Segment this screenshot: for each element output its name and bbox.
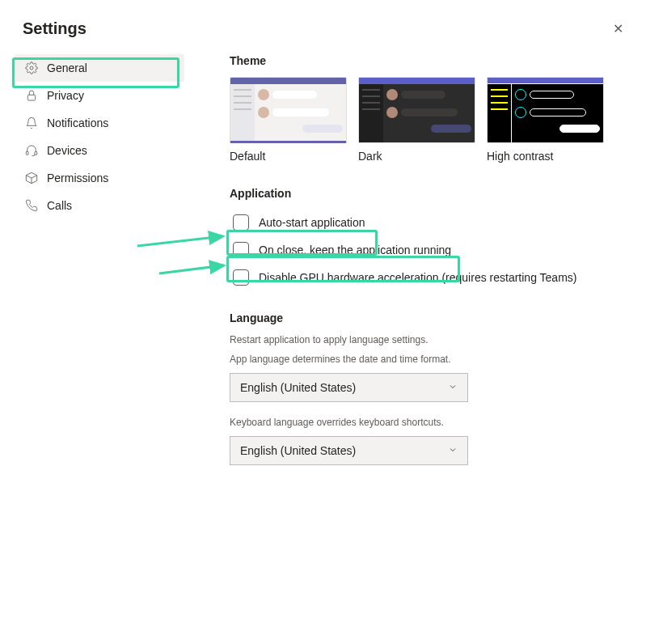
theme-preview-default bbox=[230, 77, 347, 143]
theme-label: High contrast bbox=[487, 150, 604, 163]
language-heading: Language bbox=[230, 311, 630, 324]
language-hint-restart: Restart application to apply language se… bbox=[230, 334, 630, 345]
sidebar-item-label: Permissions bbox=[47, 172, 108, 184]
phone-icon bbox=[24, 198, 39, 213]
sidebar-item-label: Calls bbox=[47, 199, 72, 212]
sidebar-item-label: Notifications bbox=[47, 117, 108, 129]
sidebar-item-label: General bbox=[47, 61, 87, 74]
checkbox-disable-gpu[interactable] bbox=[233, 269, 249, 286]
page-title: Settings bbox=[23, 19, 623, 38]
application-heading: Application bbox=[230, 187, 630, 200]
sidebar-item-notifications[interactable]: Notifications bbox=[15, 109, 184, 137]
svg-rect-3 bbox=[35, 151, 37, 155]
package-icon bbox=[24, 171, 39, 185]
theme-preview-high-contrast bbox=[487, 77, 604, 143]
theme-label: Dark bbox=[358, 150, 475, 163]
checkbox-row-auto-start[interactable]: Auto-start application bbox=[230, 210, 630, 235]
checkbox-label: Auto-start application bbox=[259, 216, 365, 229]
theme-label: Default bbox=[230, 150, 347, 163]
checkbox-label: Disable GPU hardware acceleration (requi… bbox=[259, 271, 576, 284]
checkbox-label: On close, keep the application running bbox=[259, 244, 451, 256]
sidebar-item-permissions[interactable]: Permissions bbox=[15, 164, 184, 192]
sidebar-item-general[interactable]: General bbox=[15, 54, 184, 82]
lock-icon bbox=[24, 88, 39, 103]
svg-rect-1 bbox=[27, 95, 35, 100]
sidebar-item-devices[interactable]: Devices bbox=[15, 137, 184, 164]
keyboard-language-value: English (United States) bbox=[240, 444, 356, 457]
language-hint-app: App language determines the date and tim… bbox=[230, 354, 630, 365]
checkbox-row-keep-running[interactable]: On close, keep the application running bbox=[230, 237, 630, 263]
sidebar-item-privacy[interactable]: Privacy bbox=[15, 82, 184, 109]
gear-icon bbox=[24, 61, 39, 75]
app-language-select[interactable]: English (United States) bbox=[230, 373, 468, 402]
language-hint-keyboard: Keyboard language overrides keyboard sho… bbox=[230, 417, 630, 428]
app-language-value: English (United States) bbox=[240, 381, 356, 394]
svg-rect-2 bbox=[26, 151, 28, 155]
checkbox-auto-start[interactable] bbox=[233, 214, 249, 231]
sidebar-item-label: Privacy bbox=[47, 89, 84, 102]
chevron-down-icon bbox=[448, 444, 458, 457]
headset-icon bbox=[24, 143, 39, 158]
main-content: Theme Default bbox=[184, 48, 646, 486]
theme-preview-dark bbox=[358, 77, 475, 143]
theme-option-default[interactable]: Default bbox=[230, 77, 347, 163]
theme-heading: Theme bbox=[230, 54, 630, 67]
keyboard-language-select[interactable]: English (United States) bbox=[230, 436, 468, 465]
checkbox-keep-running[interactable] bbox=[233, 242, 249, 258]
close-button[interactable]: ✕ bbox=[613, 23, 623, 36]
svg-point-0 bbox=[30, 66, 33, 70]
chevron-down-icon bbox=[448, 381, 458, 394]
bell-icon bbox=[24, 116, 39, 130]
close-icon: ✕ bbox=[613, 22, 623, 36]
checkbox-row-disable-gpu[interactable]: Disable GPU hardware acceleration (requi… bbox=[230, 265, 630, 290]
theme-option-dark[interactable]: Dark bbox=[358, 77, 475, 163]
sidebar-item-label: Devices bbox=[47, 144, 87, 157]
sidebar: General Privacy Notifications Devices Pe… bbox=[15, 48, 184, 486]
sidebar-item-calls[interactable]: Calls bbox=[15, 192, 184, 219]
theme-option-high-contrast[interactable]: High contrast bbox=[487, 77, 604, 163]
